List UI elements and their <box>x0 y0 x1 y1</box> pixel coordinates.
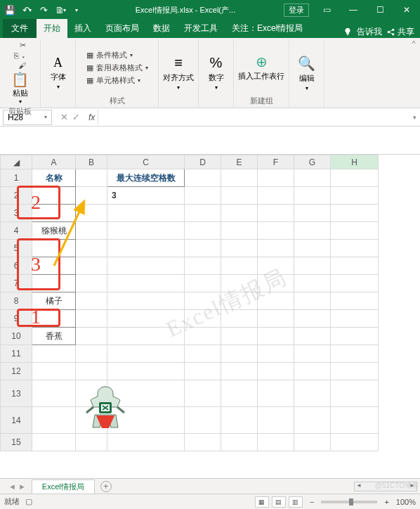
row-header[interactable]: 2 <box>1 187 32 205</box>
collapse-ribbon-icon[interactable]: ^ <box>407 39 420 108</box>
col-header-G[interactable]: G <box>294 155 331 169</box>
cell-C1[interactable]: 最大连续空格数 <box>107 169 185 187</box>
col-header-A[interactable]: A <box>32 155 76 169</box>
row-header[interactable]: 1 <box>1 169 32 187</box>
login-button[interactable]: 登录 <box>284 4 309 17</box>
row-header[interactable]: 4 <box>1 222 32 240</box>
expand-formula-bar-icon[interactable]: ▾ <box>409 114 420 121</box>
undo-icon[interactable]: ↶▾ <box>20 3 34 17</box>
cell-C2[interactable]: 3 <box>107 187 185 205</box>
col-header-F[interactable]: F <box>258 155 294 169</box>
row-header[interactable]: 14 <box>1 407 32 434</box>
annotation-number-1: 1 <box>31 306 41 328</box>
quick-access-toolbar: 💾 ↶▾ ↷ 🗎▾ ▾ <box>0 3 87 17</box>
zoom-label[interactable]: 100% <box>396 498 416 506</box>
close-icon[interactable]: ✕ <box>393 0 420 20</box>
row-header[interactable]: 13 <box>1 380 32 407</box>
spacer <box>0 127 420 155</box>
col-header-D[interactable]: D <box>185 155 221 169</box>
row-header[interactable]: 5 <box>1 240 32 257</box>
tab-home[interactable]: 开始 <box>37 19 67 38</box>
view-pagebreak-icon[interactable]: ▥ <box>289 496 303 508</box>
format-painter-icon[interactable]: 🖌 <box>18 61 26 70</box>
paste-icon: 📋 <box>11 71 29 88</box>
row-header[interactable]: 12 <box>1 363 32 380</box>
number-button[interactable]: 数字 <box>209 72 224 83</box>
cancel-fx-icon[interactable]: ✕ <box>60 112 68 122</box>
table-format-button[interactable]: ▦套用表格格式 ▾ <box>86 63 148 73</box>
cond-format-icon: ▦ <box>86 51 93 60</box>
name-box[interactable]: H28▾ <box>3 110 52 125</box>
col-header-B[interactable]: B <box>76 155 107 169</box>
sheet-nav[interactable]: ◄ ► <box>8 482 26 491</box>
sheet-tab-active[interactable]: Excel情报局 <box>32 479 95 494</box>
edit-button[interactable]: 编辑 <box>299 73 315 84</box>
insert-row-icon: ⊕ <box>256 53 268 70</box>
share-button[interactable]: 共享 <box>386 26 414 38</box>
zoom-slider[interactable] <box>321 501 377 503</box>
row-header[interactable]: 9 <box>1 310 32 328</box>
find-icon: 🔍 <box>298 55 315 72</box>
view-normal-icon[interactable]: ▦ <box>255 496 269 508</box>
minimize-icon[interactable]: — <box>340 0 367 20</box>
macro-record-icon[interactable]: ▢ <box>25 497 32 506</box>
cell-style-button[interactable]: ▦单元格样式 ▾ <box>86 75 140 86</box>
sheet-tab-bar: ◄ ► Excel情报局 + <box>0 478 420 494</box>
enter-fx-icon[interactable]: ✓ <box>72 112 80 122</box>
zoom-out-icon[interactable]: − <box>310 498 314 506</box>
row-header[interactable]: 15 <box>1 434 32 451</box>
cell-A1[interactable]: 名称 <box>32 169 76 187</box>
cell-A10[interactable]: 香蕉 <box>32 328 76 345</box>
row-header[interactable]: 7 <box>1 275 32 292</box>
group-styles-label: 样式 <box>110 94 125 108</box>
save-icon[interactable]: 💾 <box>3 3 17 17</box>
formula-bar[interactable] <box>98 110 409 125</box>
redo-icon[interactable]: ↷ <box>37 3 51 17</box>
insert-row-button[interactable]: 插入工作表行 <box>238 72 284 81</box>
worksheet-grid[interactable]: ◢ A B C D E F G H 1名称最大连续空格数 23 3 4猕猴桃 5… <box>0 155 379 451</box>
print-preview-icon[interactable]: 🗎▾ <box>53 3 67 17</box>
window-controls: ▭ — ☐ ✕ <box>313 0 420 20</box>
row-header[interactable]: 10 <box>1 328 32 345</box>
chevron-down-icon[interactable]: ▾ <box>44 114 47 120</box>
tab-insert[interactable]: 插入 <box>67 19 98 38</box>
align-button[interactable]: 对齐方式 <box>163 72 194 83</box>
ribbon-options-icon[interactable]: ▭ <box>313 0 340 20</box>
select-all-corner[interactable]: ◢ <box>1 155 32 169</box>
qat-customize-icon[interactable]: ▾ <box>70 3 84 17</box>
group-clipboard: ✂ ⎘ ▾ 🖌 📋 粘贴▾ 剪贴板 <box>0 39 41 108</box>
paste-button[interactable]: 📋 粘贴▾ <box>11 71 29 105</box>
col-header-H[interactable]: H <box>331 155 379 169</box>
copy-icon[interactable]: ⎘ ▾ <box>14 51 26 60</box>
row-header[interactable]: 8 <box>1 292 32 310</box>
cell-A7[interactable] <box>32 275 76 292</box>
fx-icon[interactable]: fx <box>88 112 95 122</box>
row-header[interactable]: 11 <box>1 345 32 363</box>
view-pagelayout-icon[interactable]: ▤ <box>272 496 286 508</box>
tellme-label[interactable]: 告诉我 <box>357 26 382 38</box>
tab-file[interactable]: 文件 <box>3 19 37 38</box>
tab-data[interactable]: 数据 <box>146 19 177 38</box>
font-button[interactable]: 字体 <box>51 72 66 82</box>
align-icon: ≡ <box>174 55 183 71</box>
tab-attention[interactable]: 关注：Excel情报局 <box>225 19 310 38</box>
column-header-row: ◢ A B C D E F G H <box>1 155 379 169</box>
group-styles: ▦条件格式 ▾ ▦套用表格格式 ▾ ▦单元格样式 ▾ 样式 <box>76 39 159 108</box>
row-header[interactable]: 3 <box>1 205 32 222</box>
tab-dev[interactable]: 开发工具 <box>177 19 225 38</box>
new-sheet-button[interactable]: + <box>100 481 112 492</box>
col-header-E[interactable]: E <box>221 155 258 169</box>
copyright-watermark: @51CTO博客 <box>375 481 419 491</box>
cell-A4[interactable]: 猕猴桃 <box>32 222 76 240</box>
status-ready: 就绪 <box>4 496 20 507</box>
row-header[interactable]: 6 <box>1 257 32 275</box>
cut-icon[interactable]: ✂ <box>20 41 26 50</box>
status-bar: 就绪 ▢ ▦ ▤ ▥ − + 100% <box>0 494 420 509</box>
zoom-in-icon[interactable]: + <box>384 498 388 506</box>
maximize-icon[interactable]: ☐ <box>367 0 393 20</box>
tab-layout[interactable]: 页面布局 <box>98 19 146 38</box>
percent-icon: % <box>210 55 223 71</box>
col-header-C[interactable]: C <box>107 155 185 169</box>
formula-bar-row: H28▾ ✕ ✓ fx ▾ <box>0 108 420 127</box>
conditional-format-button[interactable]: ▦条件格式 ▾ <box>86 50 133 60</box>
